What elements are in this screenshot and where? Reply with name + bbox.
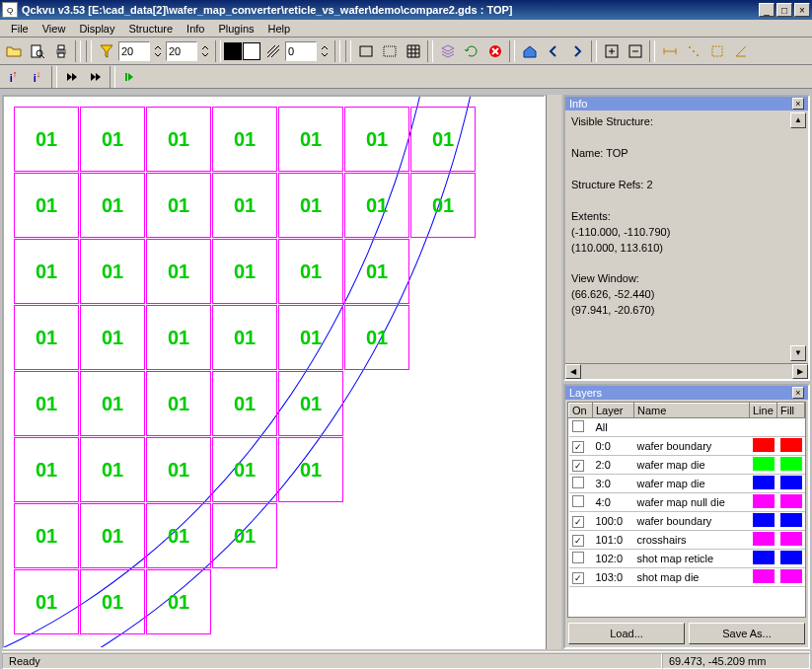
layers-col-name[interactable]: Name	[634, 404, 750, 418]
menu-help[interactable]: Help	[261, 22, 298, 36]
svg-line-2	[41, 55, 44, 58]
layers-panel-title[interactable]: Layers ×	[565, 386, 808, 400]
layer-checkbox[interactable]: ✓	[572, 516, 584, 528]
color-swatch-2[interactable]	[243, 42, 260, 60]
layers-stack-button[interactable]	[436, 40, 459, 62]
layers-col-on[interactable]: On	[569, 404, 593, 418]
layer-row[interactable]: 3:0wafer map die	[569, 475, 805, 493]
menu-display[interactable]: Display	[72, 22, 121, 36]
filter-button[interactable]	[95, 40, 117, 62]
layer-checkbox[interactable]: ✓	[572, 572, 584, 584]
info-view-2: (97.941, -20.670)	[571, 303, 802, 319]
layer-fill-swatch[interactable]	[780, 532, 802, 546]
layer-line-swatch[interactable]	[753, 419, 775, 433]
menu-view[interactable]: View	[36, 22, 73, 36]
info-panel-title[interactable]: Info ×	[565, 97, 808, 111]
layer-row[interactable]: 102:0shot map reticle	[569, 550, 805, 568]
save-as-button[interactable]: Save As...	[689, 623, 805, 644]
layers-col-line[interactable]: Line	[750, 404, 777, 418]
layers-col-layer[interactable]: Layer	[593, 404, 634, 418]
measure-box-button[interactable]	[705, 40, 728, 62]
grid-button[interactable]	[402, 40, 424, 62]
layer-line-swatch[interactable]	[753, 513, 775, 527]
layer-row[interactable]: ✓0:0wafer boundary	[569, 437, 805, 456]
home-button[interactable]	[518, 40, 541, 62]
canvas[interactable]: 0101010101010101010101010101010101010101…	[2, 95, 546, 649]
color-swatch-1[interactable]	[224, 42, 242, 60]
layers-title-text: Layers	[569, 387, 602, 399]
layer-checkbox[interactable]	[572, 552, 584, 563]
info2-button[interactable]: i↓	[26, 66, 48, 88]
layer-line-swatch[interactable]	[753, 476, 775, 489]
canvas-vertical-scrollbar[interactable]	[546, 95, 561, 649]
layer-row[interactable]: ✓103:0shot map die	[569, 568, 805, 587]
layer-checkbox[interactable]: ✓	[572, 460, 584, 472]
stop-button[interactable]	[483, 40, 506, 62]
measure-h-button[interactable]	[658, 40, 681, 62]
print-button[interactable]	[49, 40, 72, 62]
layers-close-button[interactable]: ×	[792, 387, 804, 399]
hatch-value[interactable]: 0	[285, 41, 317, 61]
info-scroll-up[interactable]: ▲	[790, 112, 806, 128]
layer-line-swatch[interactable]	[753, 457, 775, 471]
layer-checkbox[interactable]	[572, 495, 584, 507]
layer-line-swatch[interactable]	[753, 532, 775, 546]
info-scroll-down[interactable]: ▼	[790, 345, 806, 361]
layer-fill-swatch[interactable]	[780, 457, 802, 471]
info-horizontal-scrollbar[interactable]: ◀ ▶	[565, 363, 808, 379]
rect-solid-button[interactable]	[354, 40, 377, 62]
layer-fill-swatch[interactable]	[780, 494, 802, 508]
layer-fill-swatch[interactable]	[780, 438, 802, 452]
layer-checkbox[interactable]: ✓	[572, 441, 584, 453]
nav-left-button[interactable]	[542, 40, 564, 62]
zoom-out-button[interactable]	[624, 40, 646, 62]
layer-line-swatch[interactable]	[753, 438, 775, 452]
layer-fill-swatch[interactable]	[780, 419, 802, 433]
layer-fill-swatch[interactable]	[780, 569, 802, 583]
layer-checkbox[interactable]	[572, 420, 584, 432]
layer-row[interactable]: ✓101:0crosshairs	[569, 531, 805, 550]
layer-line-swatch[interactable]	[753, 494, 775, 508]
layer-fill-swatch[interactable]	[780, 551, 802, 564]
layers-col-fill[interactable]: Fill	[777, 404, 805, 418]
layer-checkbox[interactable]: ✓	[572, 535, 584, 547]
rect-dotted-button[interactable]	[378, 40, 401, 62]
menu-plugins[interactable]: Plugins	[211, 22, 260, 36]
open-button[interactable]	[2, 40, 25, 62]
hatch-button[interactable]	[261, 40, 284, 62]
zoom-in-button[interactable]	[600, 40, 623, 62]
layer-checkbox[interactable]	[572, 477, 584, 488]
measure-dots-button[interactable]	[682, 40, 704, 62]
nav-right-button[interactable]	[565, 40, 588, 62]
fastfwd2-button[interactable]	[84, 66, 107, 88]
menu-structure[interactable]: Structure	[121, 22, 180, 36]
info1-button[interactable]: i↑	[2, 66, 25, 88]
fastfwd1-button[interactable]	[60, 66, 83, 88]
layer-line-swatch[interactable]	[753, 569, 775, 583]
skip-button[interactable]	[118, 66, 141, 88]
close-button[interactable]: ×	[794, 3, 810, 17]
measure-angle-button[interactable]	[729, 40, 752, 62]
layer-row[interactable]: ✓100:0wafer boundary	[569, 512, 805, 531]
layer-fill-swatch[interactable]	[780, 513, 802, 527]
spin3-buttons[interactable]	[318, 40, 332, 62]
filter-value-1[interactable]: 20	[118, 41, 150, 61]
info-hscroll-right[interactable]: ▶	[792, 364, 808, 379]
filter-value-2[interactable]: 20	[166, 41, 197, 61]
spin1-buttons[interactable]	[151, 40, 165, 62]
info-hscroll-left[interactable]: ◀	[565, 364, 581, 379]
maximize-button[interactable]: □	[776, 3, 792, 17]
spin2-buttons[interactable]	[198, 40, 212, 62]
preview-button[interactable]	[26, 40, 48, 62]
load-button[interactable]: Load...	[568, 623, 685, 644]
layer-fill-swatch[interactable]	[780, 476, 802, 489]
menu-info[interactable]: Info	[180, 22, 211, 36]
layer-row[interactable]: ✓2:0wafer map die	[569, 456, 805, 475]
minimize-button[interactable]: _	[759, 3, 775, 17]
layer-row[interactable]: 4:0wafer map null die	[569, 493, 805, 512]
layer-row[interactable]: All	[569, 418, 805, 437]
refresh-button[interactable]	[460, 40, 482, 62]
info-close-button[interactable]: ×	[792, 98, 804, 110]
layer-line-swatch[interactable]	[753, 551, 775, 564]
menu-file[interactable]: File	[4, 22, 36, 36]
